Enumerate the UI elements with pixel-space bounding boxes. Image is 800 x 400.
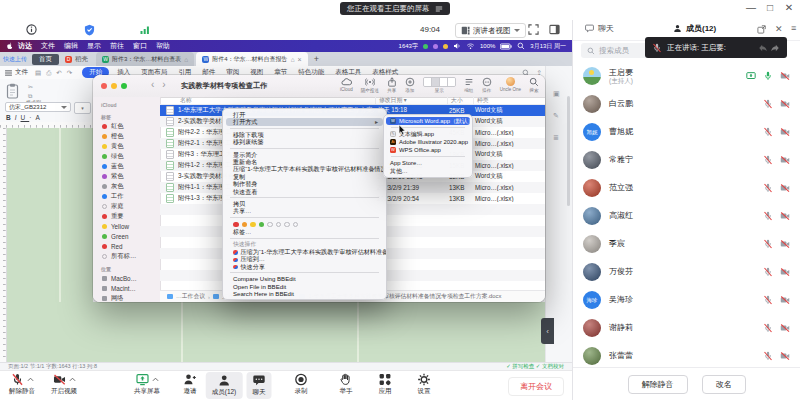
finder-toolbar-action[interactable]: 操作 [482, 77, 492, 93]
tag-color-dot[interactable] [284, 222, 290, 228]
finder-toolbar-avatar[interactable]: Uncle One [500, 77, 521, 92]
toolbar-item-invite[interactable]: 邀请 [184, 373, 197, 396]
finder-column-headers[interactable]: 名称 修改日期 ▾ 大小 种类 [160, 97, 545, 105]
mic-muted-icon[interactable] [763, 183, 773, 193]
network-signal-icon[interactable] [140, 26, 150, 34]
document-tab[interactable]: W附件3：华东…材料自查表⌂ [96, 52, 194, 66]
chevron-up-icon[interactable] [69, 373, 76, 382]
sidebar-item[interactable]: 紫色 [93, 171, 160, 181]
camera-muted-icon[interactable] [780, 183, 790, 193]
sidebar-item[interactable]: 重要 [93, 211, 160, 221]
toolbar-item-chat[interactable]: 聊天 [247, 372, 272, 399]
rename-button[interactable]: 改名 [702, 375, 746, 394]
chevron-up-icon[interactable] [27, 373, 34, 382]
close-tab-icon[interactable]: × [298, 56, 302, 63]
volume-icon[interactable] [453, 42, 461, 50]
tag-color-dot[interactable] [259, 222, 265, 228]
edit-tool-icon[interactable]: ✎ [553, 112, 560, 120]
app-menu-finder[interactable]: 访达 [18, 41, 32, 51]
menu-item[interactable]: 快速分享 [223, 263, 386, 270]
sidebar-item[interactable]: Yellow [93, 221, 160, 231]
toolbar-item-hand[interactable]: 举手 [340, 373, 353, 396]
mic-muted-icon[interactable] [763, 239, 773, 249]
sidebar-item[interactable]: MacBo… [93, 273, 160, 283]
member-row[interactable]: 白云鹏 [573, 90, 800, 118]
member-row[interactable]: 范立强 [573, 174, 800, 202]
wps-home-tab[interactable]: 首页 [32, 54, 59, 65]
mic-muted-icon[interactable] [763, 295, 773, 305]
open-with-item[interactable]: WWPS Office.app [384, 146, 472, 154]
menu-item[interactable]: 标签… [223, 228, 386, 235]
menu-item[interactable]: 压缩“1-华东理工大学本科实践教学审核评估材料准备情况专项检查工作方案.docx… [223, 165, 386, 172]
menu-item[interactable]: 重新命名 [223, 158, 386, 165]
member-row[interactable]: 旭妮曹旭妮 [573, 118, 800, 146]
open-with-item[interactable]: 其他… [384, 167, 472, 175]
font-name-select[interactable]: 仿宋_GB2312 [5, 102, 71, 112]
tag-color-dot[interactable] [267, 222, 273, 228]
view-mode-dropdown[interactable]: 演讲者视图 [455, 23, 526, 38]
member-row[interactable]: 谢静莉 [573, 314, 800, 342]
mic-muted-icon[interactable] [763, 99, 773, 109]
camera-muted-icon[interactable] [780, 295, 790, 305]
toolbar-item-cam-muted[interactable]: 开启视频 [51, 373, 77, 396]
tag-color-dot[interactable] [293, 222, 299, 228]
mac-menu-item[interactable]: 文件 [41, 41, 55, 51]
wps-quick-icons[interactable]: ▤⎙↶↷ [35, 69, 72, 77]
menu-item[interactable]: 移除下载项 [223, 131, 386, 138]
wifi-icon[interactable] [466, 42, 475, 50]
sidebar-item[interactable]: Green [93, 231, 160, 241]
mac-menu-item[interactable]: 帮助 [156, 41, 170, 51]
home-icon[interactable]: ⌂ [291, 56, 295, 63]
toolbar-item-share-screen[interactable]: 共享屏幕 [134, 373, 160, 396]
sidebar-item[interactable]: Red [93, 241, 160, 251]
open-with-item[interactable]: AiAdobe Illustrator 2020.app [384, 138, 472, 146]
menu-item[interactable]: 复制 [223, 173, 386, 180]
toolbar-item-settings[interactable]: 设置 [418, 373, 431, 396]
close-window-button[interactable]: ✕ [784, 1, 794, 15]
info-icon[interactable] [26, 24, 37, 35]
tag-color-dot[interactable] [233, 222, 239, 228]
menubar-date[interactable]: 3月13日 周一 [530, 42, 566, 51]
finder-toolbar-cloud[interactable]: iCloud [340, 77, 353, 92]
tab-chat[interactable]: 聊天 [585, 23, 614, 34]
camera-muted-icon[interactable] [780, 71, 790, 81]
mac-menu-item[interactable]: 编辑 [64, 41, 78, 51]
sidebar-item[interactable]: 蓝色 [93, 161, 160, 171]
mac-menu-item[interactable]: 显示 [87, 41, 101, 51]
mac-menu-item[interactable]: 窗口 [133, 41, 147, 51]
chevron-up-icon[interactable] [152, 373, 159, 382]
sidebar-item[interactable]: 所有标… [93, 251, 160, 261]
tag-color-dot[interactable] [276, 222, 282, 228]
toolbar-item-apps[interactable]: 应用 [379, 373, 392, 396]
sidebar-item[interactable]: 橙色 [93, 131, 160, 141]
menu-item[interactable]: 制作替身 [223, 180, 386, 187]
member-row[interactable]: 海珍吴海珍 [573, 286, 800, 314]
toolbar-item-mic-muted[interactable]: 解除静音 [9, 373, 35, 396]
member-row[interactable]: 常雅宁 [573, 146, 800, 174]
sidebar-item[interactable]: 网络 [93, 293, 160, 302]
finder-back-forward[interactable]: ‹› [151, 79, 174, 90]
minimize-button[interactable]: — [746, 1, 756, 15]
member-row[interactable]: 王启要(主持人) [573, 62, 800, 90]
tab-members[interactable]: 成员(12) [673, 23, 716, 34]
tag-color-dot[interactable] [242, 222, 248, 228]
camera-muted-icon[interactable] [780, 239, 790, 249]
camera-muted-icon[interactable] [780, 155, 790, 165]
finder-titlebar[interactable]: ‹› 实践教学材料专项检查工作 iCloud隔空投送共享添加显示编组操作Uncl… [93, 75, 545, 98]
menu-item[interactable]: 共享… [223, 207, 386, 214]
camera-muted-icon[interactable] [780, 99, 790, 109]
panel-collapse-tab[interactable]: ‹ [541, 318, 554, 344]
menu-item[interactable]: Compare Using BBEdit [223, 275, 386, 282]
menu-item[interactable]: Open File in BBEdit [223, 283, 386, 290]
finder-toolbar-add[interactable]: 添加 [405, 77, 415, 93]
mic-muted-icon[interactable] [763, 155, 773, 165]
mic-muted-icon[interactable] [763, 323, 773, 333]
paste-icon[interactable] [6, 83, 19, 99]
leave-meeting-button[interactable]: 离开会议 [508, 377, 564, 396]
tag-color-row[interactable] [223, 220, 386, 229]
cut-icon[interactable]: ✂ [28, 83, 33, 90]
unmute-button[interactable]: 解除静音 [628, 375, 688, 394]
view-options-segmented[interactable] [423, 77, 456, 87]
mic-on-icon[interactable] [763, 71, 773, 81]
wps-file-menu[interactable]: 文件 [5, 68, 28, 77]
